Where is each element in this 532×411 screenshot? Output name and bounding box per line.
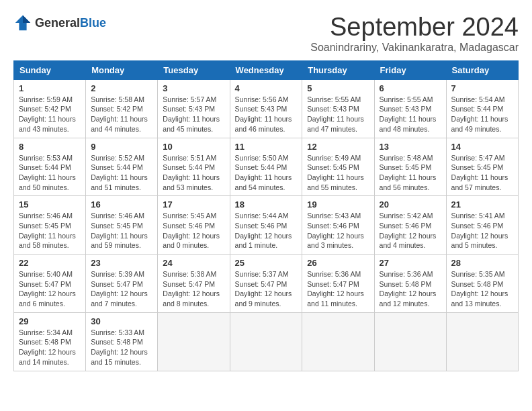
day-info: Sunrise: 5:48 AMSunset: 5:45 PMDaylight:… (380, 153, 441, 193)
day-info: Sunrise: 5:57 AMSunset: 5:43 PMDaylight:… (163, 95, 224, 134)
table-row: 29Sunrise: 5:34 AMSunset: 5:48 PMDayligh… (14, 312, 86, 371)
day-info: Sunrise: 5:37 AMSunset: 5:47 PMDaylight:… (235, 269, 298, 309)
day-info: Sunrise: 5:36 AMSunset: 5:47 PMDaylight:… (307, 269, 369, 309)
table-row: 2Sunrise: 5:58 AMSunset: 5:42 PMDaylight… (86, 79, 158, 138)
day-number: 25 (235, 258, 298, 268)
table-row: 19Sunrise: 5:43 AMSunset: 5:46 PMDayligh… (302, 196, 374, 255)
day-info: Sunrise: 5:45 AMSunset: 5:46 PMDaylight:… (163, 211, 224, 250)
day-number: 18 (235, 199, 298, 210)
day-info: Sunrise: 5:33 AMSunset: 5:48 PMDaylight:… (91, 328, 152, 367)
table-row: 15Sunrise: 5:46 AMSunset: 5:45 PMDayligh… (14, 196, 86, 255)
table-row: 27Sunrise: 5:36 AMSunset: 5:48 PMDayligh… (374, 255, 446, 313)
header-thursday: Thursday (302, 60, 374, 79)
day-info: Sunrise: 5:47 AMSunset: 5:45 PMDaylight:… (451, 153, 513, 193)
day-info: Sunrise: 5:51 AMSunset: 5:44 PMDaylight:… (163, 153, 224, 193)
day-number: 15 (19, 199, 81, 210)
calendar-week-row: 15Sunrise: 5:46 AMSunset: 5:45 PMDayligh… (14, 196, 519, 255)
day-number: 21 (451, 199, 513, 210)
logo: GeneralBlue (13, 13, 106, 32)
table-row: 1Sunrise: 5:59 AMSunset: 5:42 PMDaylight… (14, 79, 86, 138)
day-info: Sunrise: 5:56 AMSunset: 5:43 PMDaylight:… (235, 95, 298, 134)
day-info: Sunrise: 5:50 AMSunset: 5:44 PMDaylight:… (235, 153, 298, 193)
day-number: 16 (91, 199, 152, 210)
header-tuesday: Tuesday (158, 60, 230, 79)
header-sunday: Sunday (14, 60, 86, 79)
table-row (374, 312, 446, 371)
table-row (158, 312, 230, 371)
day-number: 23 (91, 258, 152, 268)
table-row: 26Sunrise: 5:36 AMSunset: 5:47 PMDayligh… (302, 255, 374, 313)
table-row: 20Sunrise: 5:42 AMSunset: 5:46 PMDayligh… (374, 196, 446, 255)
day-number: 8 (19, 142, 81, 152)
day-info: Sunrise: 5:46 AMSunset: 5:45 PMDaylight:… (91, 211, 152, 250)
table-row: 24Sunrise: 5:38 AMSunset: 5:47 PMDayligh… (158, 255, 230, 313)
day-number: 2 (91, 83, 152, 93)
table-row: 3Sunrise: 5:57 AMSunset: 5:43 PMDaylight… (158, 79, 230, 138)
day-info: Sunrise: 5:46 AMSunset: 5:45 PMDaylight:… (19, 211, 81, 250)
table-row: 25Sunrise: 5:37 AMSunset: 5:47 PMDayligh… (230, 255, 302, 313)
logo-blue: Blue (80, 16, 106, 30)
title-section: September 2024 Soanindrariny, Vakinankar… (310, 13, 519, 54)
day-info: Sunrise: 5:41 AMSunset: 5:46 PMDaylight:… (451, 211, 513, 250)
day-number: 22 (19, 258, 81, 268)
day-number: 14 (451, 142, 513, 152)
logo-icon (13, 13, 32, 32)
header-saturday: Saturday (446, 60, 518, 79)
calendar-header-row: Sunday Monday Tuesday Wednesday Thursday… (14, 60, 519, 79)
table-row: 16Sunrise: 5:46 AMSunset: 5:45 PMDayligh… (86, 196, 158, 255)
table-row: 22Sunrise: 5:40 AMSunset: 5:47 PMDayligh… (14, 255, 86, 313)
table-row (446, 312, 518, 371)
day-number: 11 (235, 142, 298, 152)
calendar-week-row: 8Sunrise: 5:53 AMSunset: 5:44 PMDaylight… (14, 138, 519, 196)
header-friday: Friday (374, 60, 446, 79)
table-row: 10Sunrise: 5:51 AMSunset: 5:44 PMDayligh… (158, 138, 230, 196)
day-number: 20 (380, 199, 441, 210)
day-number: 30 (91, 316, 152, 326)
day-number: 6 (380, 83, 441, 93)
table-row: 18Sunrise: 5:44 AMSunset: 5:46 PMDayligh… (230, 196, 302, 255)
day-info: Sunrise: 5:44 AMSunset: 5:46 PMDaylight:… (235, 211, 298, 250)
calendar-table: Sunday Monday Tuesday Wednesday Thursday… (13, 60, 519, 371)
table-row (230, 312, 302, 371)
header-wednesday: Wednesday (230, 60, 302, 79)
month-title: September 2024 (310, 13, 519, 42)
svg-marker-1 (23, 15, 30, 23)
table-row: 13Sunrise: 5:48 AMSunset: 5:45 PMDayligh… (374, 138, 446, 196)
day-number: 28 (451, 258, 513, 268)
day-number: 27 (380, 258, 441, 268)
day-info: Sunrise: 5:34 AMSunset: 5:48 PMDaylight:… (19, 328, 81, 367)
table-row: 21Sunrise: 5:41 AMSunset: 5:46 PMDayligh… (446, 196, 518, 255)
table-row (302, 312, 374, 371)
day-number: 24 (163, 258, 224, 268)
day-info: Sunrise: 5:52 AMSunset: 5:44 PMDaylight:… (91, 153, 152, 193)
day-number: 17 (163, 199, 224, 210)
table-row: 11Sunrise: 5:50 AMSunset: 5:44 PMDayligh… (230, 138, 302, 196)
table-row: 6Sunrise: 5:55 AMSunset: 5:43 PMDaylight… (374, 79, 446, 138)
day-number: 1 (19, 83, 81, 93)
header: GeneralBlue September 2024 Soanindrariny… (13, 13, 519, 54)
day-info: Sunrise: 5:35 AMSunset: 5:48 PMDaylight:… (451, 269, 513, 309)
day-number: 5 (307, 83, 369, 93)
table-row: 12Sunrise: 5:49 AMSunset: 5:45 PMDayligh… (302, 138, 374, 196)
day-info: Sunrise: 5:38 AMSunset: 5:47 PMDaylight:… (163, 269, 224, 309)
day-number: 12 (307, 142, 369, 152)
calendar-week-row: 1Sunrise: 5:59 AMSunset: 5:42 PMDaylight… (14, 79, 519, 138)
table-row: 5Sunrise: 5:55 AMSunset: 5:43 PMDaylight… (302, 79, 374, 138)
day-info: Sunrise: 5:39 AMSunset: 5:47 PMDaylight:… (91, 269, 152, 309)
day-number: 4 (235, 83, 298, 93)
day-info: Sunrise: 5:36 AMSunset: 5:48 PMDaylight:… (380, 269, 441, 309)
table-row: 17Sunrise: 5:45 AMSunset: 5:46 PMDayligh… (158, 196, 230, 255)
day-number: 29 (19, 316, 81, 326)
table-row: 7Sunrise: 5:54 AMSunset: 5:44 PMDaylight… (446, 79, 518, 138)
day-info: Sunrise: 5:58 AMSunset: 5:42 PMDaylight:… (91, 95, 152, 134)
day-number: 7 (451, 83, 513, 93)
calendar-week-row: 22Sunrise: 5:40 AMSunset: 5:47 PMDayligh… (14, 255, 519, 313)
table-row: 14Sunrise: 5:47 AMSunset: 5:45 PMDayligh… (446, 138, 518, 196)
day-number: 26 (307, 258, 369, 268)
table-row: 4Sunrise: 5:56 AMSunset: 5:43 PMDaylight… (230, 79, 302, 138)
logo-general: General (35, 16, 80, 30)
day-number: 13 (380, 142, 441, 152)
calendar-week-row: 29Sunrise: 5:34 AMSunset: 5:48 PMDayligh… (14, 312, 519, 371)
day-info: Sunrise: 5:53 AMSunset: 5:44 PMDaylight:… (19, 153, 81, 193)
day-info: Sunrise: 5:42 AMSunset: 5:46 PMDaylight:… (380, 211, 441, 250)
